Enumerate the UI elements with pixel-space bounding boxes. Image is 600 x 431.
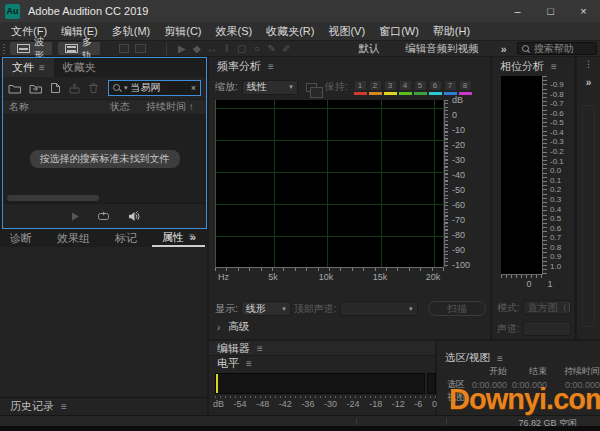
window-title: Adobe Audition CC 2019 [28, 5, 148, 17]
panel-menu-icon[interactable]: ≡ [497, 353, 503, 364]
toolbar-tool-icon[interactable]: ✐ [279, 42, 294, 56]
open-file-icon[interactable] [8, 83, 22, 94]
files-search-input[interactable] [131, 83, 188, 94]
column-duration[interactable]: 持续时间 ↑ [146, 100, 206, 114]
toolbar-tool-icon[interactable]: ◆ [189, 42, 204, 56]
files-list[interactable]: 按选择的搜索标准未找到文件 [3, 115, 206, 203]
panel-tab[interactable]: 标记 [105, 229, 152, 247]
hold-button[interactable]: 1 [354, 80, 367, 95]
zoom-label: 缩放: [215, 80, 238, 94]
maximize-button[interactable]: □ [534, 0, 567, 22]
db-tick-label: 0 [452, 111, 470, 120]
expand-chevron-icon[interactable]: » [577, 77, 600, 88]
phase-tick-label: 0.9 [550, 253, 564, 261]
hold-color-bar [414, 92, 427, 95]
hold-button[interactable]: 2 [369, 80, 382, 95]
meter-tick-label: -54 [234, 399, 247, 409]
panel-tab[interactable]: 效果组 [47, 229, 105, 247]
hold-button[interactable]: 5 [414, 80, 427, 95]
advanced-toggle[interactable]: › 高级 [217, 320, 249, 334]
loop-playback-button[interactable] [97, 211, 110, 222]
meter-tick-label: -6 [414, 399, 422, 409]
close-button[interactable]: × [567, 0, 600, 22]
import-file-icon[interactable] [29, 83, 43, 94]
panel-tab[interactable]: 属性 ≡ [152, 229, 205, 247]
column-name[interactable]: 名称 [3, 100, 110, 114]
toolbar-tool-icon[interactable]: ▢ [234, 42, 249, 56]
search-options-caret-icon[interactable]: ▾ [124, 84, 128, 92]
panel-tab[interactable]: 收藏夹 [54, 58, 110, 77]
files-search-box[interactable]: ▾ × [108, 80, 201, 96]
panel-menu-icon[interactable]: ≡ [551, 61, 557, 72]
autoplay-speaker-button[interactable] [127, 211, 140, 222]
menu-item[interactable]: 文件(F) [4, 22, 54, 40]
play-button[interactable] [70, 211, 80, 222]
hold-label: 保持: [325, 80, 348, 94]
sort-arrow-icon: ↑ [189, 101, 194, 112]
menu-item[interactable]: 窗口(W) [372, 22, 426, 40]
editor-header[interactable]: 编辑器 ≡ [209, 341, 435, 356]
panel-menu-icon[interactable]: ≡ [39, 58, 45, 77]
phase-axis-labels: -0.9-0.8-0.7-0.6-0.5-0.4-0.3-0.2-0.10.00… [550, 81, 564, 271]
waveform-view-button[interactable]: 波形 [10, 42, 52, 55]
files-toolbar: ▾ × [3, 77, 206, 99]
multitrack-icon [65, 44, 78, 53]
horizontal-scrollbar[interactable] [7, 195, 99, 201]
meter-tick-label: -12 [392, 399, 405, 409]
toolbar-tool-icon[interactable]: Ⅰ [219, 42, 234, 56]
drag-handle-icon[interactable]: ⋮ [577, 59, 600, 69]
hold-button[interactable]: 8 [459, 80, 472, 95]
panel-tab[interactable]: 诊断 [0, 229, 47, 247]
menu-item[interactable]: 剪辑(C) [157, 22, 208, 40]
toolbar-tool-icon[interactable]: ✎ [264, 42, 279, 56]
tabs-overflow-chevron[interactable]: » [190, 231, 196, 243]
phase-analysis-header[interactable]: 相位分析 ≡ [492, 57, 574, 75]
clear-search-icon[interactable]: × [191, 83, 196, 93]
panel-menu-icon[interactable]: ≡ [268, 61, 274, 72]
phase-plot[interactable] [501, 76, 542, 274]
help-search-box[interactable] [517, 42, 597, 55]
empty-search-message: 按选择的搜索标准未找到文件 [30, 150, 180, 168]
trash-icon [88, 82, 99, 94]
menu-item[interactable]: 收藏夹(R) [259, 22, 321, 40]
help-search-input[interactable] [534, 43, 592, 54]
workspace-overflow-chevron[interactable]: » [501, 43, 507, 55]
history-panel-header[interactable]: 历史记录 ≡ [0, 397, 207, 415]
zoom-select[interactable]: 线性 ▾ [242, 80, 298, 95]
hold-button[interactable]: 3 [384, 80, 397, 95]
toolbar-tool-icon[interactable]: ↔ [204, 42, 219, 56]
panel-menu-icon[interactable]: ≡ [246, 358, 252, 369]
phase-tick-label: -0.9 [550, 81, 564, 89]
selection-view-header[interactable]: 选区/视图 ≡ [437, 351, 600, 365]
workspace-edit-av-button[interactable]: 编辑音频到视频 [405, 42, 479, 56]
frequency-plot[interactable] [215, 100, 443, 267]
frequency-analysis-header[interactable]: 频率分析 ≡ [209, 57, 490, 75]
multitrack-view-button[interactable]: 多轨 [58, 42, 100, 55]
display-select[interactable]: 线形 ▾ [241, 301, 291, 316]
title-bar[interactable]: Au Adobe Audition CC 2019 – □ × [0, 0, 600, 22]
menu-item[interactable]: 效果(S) [209, 22, 260, 40]
collapsed-panel-strip[interactable]: ⋮ » [577, 57, 600, 339]
column-status[interactable]: 状态 [110, 100, 146, 114]
hold-button[interactable]: 6 [429, 80, 442, 95]
panel-menu-icon[interactable]: ≡ [257, 343, 263, 354]
menu-item[interactable]: 帮助(H) [426, 22, 477, 40]
hold-button[interactable]: 4 [399, 80, 412, 95]
toolbar-tool-icon[interactable]: ▶ [174, 42, 189, 56]
level-meter[interactable] [215, 373, 425, 394]
new-file-icon[interactable] [50, 82, 61, 94]
levels-header[interactable]: 电平 ≡ [209, 356, 435, 371]
mode-label: 模式: [497, 301, 520, 315]
panel-tab[interactable]: 文件 ≡ [3, 58, 54, 77]
phase-tick-label: 0.3 [550, 196, 564, 204]
panel-menu-icon[interactable]: ≡ [61, 401, 67, 412]
menu-item[interactable]: 多轨(M) [105, 22, 158, 40]
hold-button[interactable]: 7 [444, 80, 457, 95]
toolbar-tool-icon[interactable]: ○ [249, 42, 264, 56]
workspace-default-button[interactable]: 默认 [358, 42, 379, 56]
toolbar-grip[interactable] [3, 44, 5, 54]
phase-x-tick-label: 1 [547, 279, 552, 289]
menu-item[interactable]: 视图(V) [321, 22, 372, 40]
menu-item[interactable]: 编辑(E) [54, 22, 105, 40]
minimize-button[interactable]: – [501, 0, 534, 22]
